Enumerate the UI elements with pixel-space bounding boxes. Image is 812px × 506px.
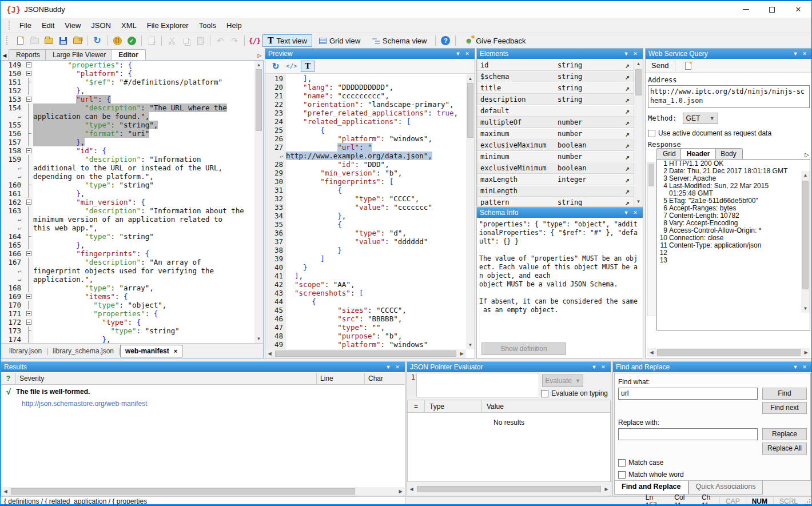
results-col-char[interactable]: Char — [365, 373, 405, 384]
panel-close-icon[interactable]: ✕ — [631, 210, 640, 216]
elements-row[interactable]: minLength↗ — [477, 185, 634, 197]
fold-margin[interactable] — [24, 284, 33, 292]
fold-margin[interactable] — [24, 266, 33, 275]
maximize-button[interactable] — [759, 1, 785, 18]
use-active-doc-checkbox[interactable] — [648, 130, 655, 137]
panel-menu-icon[interactable]: ▼ — [590, 364, 599, 370]
fold-margin[interactable] — [24, 181, 33, 189]
fold-margin[interactable] — [24, 215, 33, 224]
bottom-tab-find-and-replace[interactable]: Find and Replace — [614, 481, 688, 495]
fold-collapse-icon[interactable] — [26, 311, 31, 316]
elements-row[interactable]: exclusiveMaximumboolean↗ — [477, 140, 634, 151]
fold-collapse-icon[interactable] — [26, 294, 31, 299]
elements-row[interactable]: titlestring↗ — [477, 82, 634, 94]
menu-item-view[interactable]: View — [59, 19, 86, 32]
goto-element-icon[interactable]: ↗ — [621, 73, 634, 81]
elements-vertical-scrollbar[interactable]: ▲▼ — [634, 59, 643, 206]
fold-margin[interactable] — [24, 206, 33, 215]
fold-margin[interactable] — [24, 69, 33, 78]
preview-vertical-scrollbar[interactable]: ▲▼ — [466, 74, 475, 349]
goto-element-icon[interactable]: ↗ — [621, 153, 634, 161]
fold-margin[interactable] — [24, 309, 33, 318]
fold-margin[interactable] — [24, 86, 33, 95]
elements-row[interactable]: minimumnumber↗ — [477, 151, 634, 162]
results-horizontal-scrollbar[interactable]: ◀▶ — [1, 487, 405, 496]
panel-close-icon[interactable]: ✕ — [393, 364, 402, 370]
menu-item-file[interactable]: File — [14, 19, 37, 32]
fold-margin[interactable] — [24, 258, 33, 266]
panel-close-icon[interactable]: ✕ — [631, 51, 640, 57]
response-tab-body[interactable]: Body — [714, 148, 742, 159]
fold-margin[interactable] — [24, 78, 33, 86]
elements-row[interactable]: default↗ — [477, 105, 634, 117]
menu-item-xml[interactable]: XML — [116, 19, 142, 32]
file-tab-web-manifest[interactable]: web-manifest× — [120, 345, 182, 357]
fold-margin[interactable] — [24, 292, 33, 301]
fold-margin[interactable] — [24, 155, 33, 164]
send-button[interactable]: Send — [651, 61, 668, 70]
save-all-icon[interactable]: ▤ — [71, 35, 83, 46]
fold-margin[interactable] — [24, 198, 33, 206]
replace-input[interactable] — [618, 428, 758, 440]
schema-view-button[interactable]: Schema view — [367, 34, 432, 47]
panel-menu-icon[interactable]: ▼ — [453, 51, 463, 57]
minimize-button[interactable] — [733, 1, 759, 18]
doc-tab-large-file-viewer[interactable]: Large File Viewer — [45, 49, 113, 60]
elements-row[interactable]: maxLengthinteger↗ — [477, 174, 634, 185]
fold-collapse-icon[interactable] — [26, 251, 31, 256]
replace-all-button[interactable]: Replace All — [762, 443, 807, 455]
panel-close-icon[interactable]: ✕ — [463, 51, 472, 57]
fold-margin[interactable] — [24, 112, 33, 121]
goto-element-icon[interactable]: ↗ — [621, 130, 634, 138]
fold-margin[interactable] — [24, 275, 33, 284]
elements-row[interactable]: patternstring↗ — [477, 197, 634, 206]
elements-row[interactable]: $schemastring↗ — [477, 71, 634, 82]
file-tab-library-json[interactable]: library.json — [5, 345, 46, 357]
file-tab-library_schema-json[interactable]: library_schema.json — [48, 345, 118, 357]
goto-element-icon[interactable]: ↗ — [621, 95, 634, 104]
response-tab-header[interactable]: Header — [680, 148, 717, 159]
goto-element-icon[interactable]: ↗ — [621, 198, 634, 206]
text-view-button[interactable]: TText view — [262, 34, 312, 47]
fold-margin[interactable] — [24, 326, 33, 335]
fold-margin[interactable] — [24, 335, 33, 343]
panel-menu-icon[interactable]: ▼ — [622, 210, 631, 216]
fold-collapse-icon[interactable] — [26, 148, 31, 153]
fold-collapse-icon[interactable] — [26, 71, 31, 76]
fold-collapse-icon[interactable] — [26, 62, 31, 67]
validate-icon[interactable]: ✓ — [125, 35, 138, 46]
goto-element-icon[interactable]: ↗ — [621, 118, 634, 127]
fold-margin[interactable] — [24, 129, 33, 138]
fold-margin[interactable] — [24, 318, 33, 326]
goto-element-icon[interactable]: ↗ — [621, 84, 634, 93]
format-json-icon[interactable]: {/} — [248, 35, 261, 46]
elements-row[interactable]: idstring↗ — [477, 59, 634, 71]
fold-margin[interactable] — [24, 249, 33, 258]
results-col-severity[interactable]: Severity — [16, 373, 317, 384]
tab-close-icon[interactable]: × — [174, 348, 177, 354]
replace-button[interactable]: Replace — [762, 428, 807, 440]
give-feedback-button[interactable]: ☻Give Feedback — [459, 34, 531, 47]
tab-scroll-left-icon[interactable]: ◀ — [1, 53, 9, 60]
editor-vertical-scrollbar[interactable]: ▲▼ — [254, 61, 263, 343]
panel-menu-icon[interactable]: ▼ — [622, 51, 631, 57]
fold-margin[interactable] — [24, 61, 33, 69]
new-request-icon[interactable]: ✶ — [682, 60, 694, 71]
fold-collapse-icon[interactable] — [26, 97, 31, 102]
panel-menu-icon[interactable]: ▼ — [791, 364, 800, 370]
fold-margin[interactable] — [24, 232, 33, 241]
goto-element-icon[interactable]: ↗ — [621, 141, 634, 150]
panel-close-icon[interactable]: ✕ — [800, 51, 809, 57]
find-next-button[interactable]: Find next — [762, 402, 807, 414]
save-icon[interactable] — [57, 35, 69, 46]
response-tab-more-icon[interactable]: ▷ — [805, 152, 810, 159]
find-input[interactable]: url — [618, 388, 758, 400]
response-view[interactable]: 1HTTP/1.1 200 OK2Date: Thu, 21 Dec 2017 … — [656, 159, 810, 330]
goto-element-icon[interactable]: ↗ — [621, 176, 634, 184]
evaluate-on-typing-checkbox[interactable] — [541, 390, 548, 397]
help-icon[interactable]: ? — [439, 35, 452, 46]
doc-tab-reports[interactable]: Reports — [9, 49, 47, 60]
menu-item-tools[interactable]: Tools — [194, 19, 221, 32]
fold-margin[interactable] — [24, 121, 33, 129]
fold-collapse-icon[interactable] — [26, 320, 31, 325]
